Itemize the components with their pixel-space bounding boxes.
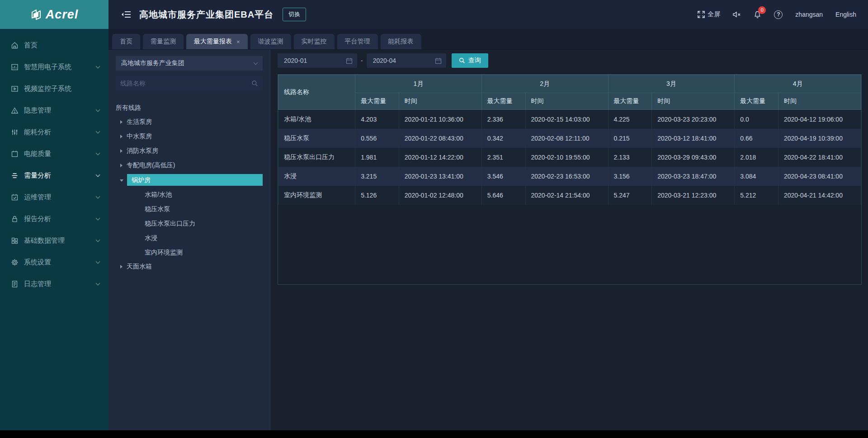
- tab-label: 需量监测: [151, 38, 176, 46]
- list-icon: [11, 172, 19, 179]
- fullscreen-button[interactable]: 全屏: [698, 10, 720, 19]
- chevron-down-icon: [96, 281, 100, 285]
- tree-node-label: 消防水泵房: [127, 147, 158, 155]
- cell-line-name: 水箱/水池: [278, 110, 355, 129]
- sidebar-item-home[interactable]: 首页: [0, 34, 108, 56]
- col-subheader-demand: 最大需量: [608, 93, 652, 110]
- tree-node-label: 锅炉房: [127, 174, 263, 186]
- cell-line-name: 稳压水泵出口压力: [278, 148, 355, 167]
- sidebar-item-label: 需量分析: [24, 171, 51, 180]
- sidebar-item-base-data[interactable]: 基础数据管理: [0, 230, 108, 251]
- date-from-value: 2020-01: [284, 57, 346, 64]
- sidebar-item-hazard[interactable]: 隐患管理: [0, 99, 108, 121]
- caret-down-icon[interactable]: [120, 179, 123, 182]
- sidebar-item-ops[interactable]: 运维管理: [0, 186, 108, 208]
- caret-right-icon[interactable]: [120, 149, 123, 153]
- search-icon: [459, 57, 465, 64]
- sidebar-item-label: 隐患管理: [24, 106, 51, 115]
- date-to-picker[interactable]: 2020-04: [367, 53, 446, 68]
- cell-time: 2020-01-12 14:22:00: [399, 148, 481, 167]
- sidebar-item-power-quality[interactable]: 电能质量: [0, 143, 108, 165]
- tree-child-pump-outlet-pressure[interactable]: 稳压水泵出口压力: [116, 216, 263, 231]
- language-toggle[interactable]: English: [835, 11, 856, 18]
- cell-time: 2020-04-19 10:39:00: [778, 129, 861, 148]
- cell-time: 2020-01-21 10:36:00: [399, 110, 481, 129]
- sidebar-item-label: 视频监控子系统: [24, 85, 71, 93]
- col-header-line-name: 线路名称: [278, 75, 355, 110]
- tab-realtime-monitor[interactable]: 实时监控: [294, 34, 335, 49]
- line-search-box: [116, 76, 263, 90]
- cell-demand: 5.126: [355, 186, 399, 205]
- help-button[interactable]: ?: [774, 10, 783, 19]
- tab-harmonic-monitor[interactable]: 谐波监测: [250, 34, 291, 49]
- tree-root-all-lines[interactable]: 所有线路: [116, 100, 263, 115]
- tree-node-label: 中水泵房: [127, 132, 152, 141]
- line-search-input[interactable]: [120, 80, 251, 87]
- tree-child-pressure-pump[interactable]: 稳压水泵: [116, 202, 263, 216]
- cell-time: 2020-02-23 16:53:00: [525, 167, 608, 186]
- cell-line-name: 稳压水泵: [278, 129, 355, 148]
- lock-icon: [11, 215, 19, 223]
- sidebar-item-label: 智慧用电子系统: [24, 63, 71, 71]
- tree-node-label: 生活泵房: [127, 118, 152, 126]
- tree-child-water-tank[interactable]: 水箱/水池: [116, 187, 263, 202]
- sidebar-item-energy[interactable]: 能耗分析: [0, 121, 108, 143]
- date-range-separator: -: [361, 57, 363, 64]
- cell-demand: 3.546: [481, 167, 525, 186]
- sidebar-collapse-icon[interactable]: [121, 10, 131, 19]
- table-row: 室内环境监测 5.126 2020-01-02 12:48:00 5.646 2…: [278, 186, 861, 205]
- tree-child-water-leak[interactable]: 水浸: [116, 231, 263, 245]
- tree-node-substation[interactable]: 专配电房(高低压): [116, 158, 263, 173]
- calendar-icon: [435, 57, 442, 64]
- tab-home[interactable]: 首页: [112, 34, 140, 49]
- switch-project-button[interactable]: 切换: [283, 8, 306, 21]
- sidebar-item-label: 运维管理: [24, 193, 51, 202]
- user-menu[interactable]: zhangsan: [795, 11, 823, 18]
- date-from-picker[interactable]: 2020-01: [278, 53, 357, 68]
- sidebar-item-smart-power[interactable]: 智慧用电子系统: [0, 56, 108, 78]
- caret-right-icon[interactable]: [120, 265, 123, 268]
- tab-label: 实时监控: [302, 38, 327, 46]
- notifications-button[interactable]: 0: [754, 10, 761, 19]
- tree-node-life-pump[interactable]: 生活泵房: [116, 115, 263, 129]
- tree-node-roof-tank[interactable]: 天面水箱: [116, 259, 263, 274]
- cell-demand: 2.133: [608, 148, 652, 167]
- cell-time: 2020-03-12 18:41:00: [652, 129, 735, 148]
- sidebar-item-label: 能耗分析: [24, 128, 51, 137]
- organization-select[interactable]: 高地城市服务产业集团: [116, 56, 263, 71]
- tab-platform-mgmt[interactable]: 平台管理: [337, 34, 378, 49]
- chevron-down-icon: [96, 107, 100, 112]
- caret-right-icon[interactable]: [120, 120, 123, 124]
- tree-node-reclaimed-pump[interactable]: 中水泵房: [116, 129, 263, 144]
- page-title: 高地城市服务产业集团EBA平台: [139, 9, 274, 21]
- tree-node-boiler-room[interactable]: 锅炉房: [116, 173, 263, 187]
- caret-right-icon[interactable]: [120, 164, 123, 167]
- tree-node-label: 天面水箱: [127, 263, 152, 271]
- cell-demand: 0.215: [608, 129, 652, 148]
- caret-right-icon[interactable]: [120, 135, 123, 138]
- line-tree-panel: 高地城市服务产业集团 所有线路 生活泵房: [108, 50, 270, 430]
- tab-label: 谐波监测: [258, 38, 283, 46]
- cell-time: 2020-03-21 12:23:00: [652, 186, 735, 205]
- sidebar-item-video-monitor[interactable]: 视频监控子系统: [0, 78, 108, 99]
- tab-demand-monitor[interactable]: 需量监测: [143, 34, 184, 49]
- sidebar-item-logs[interactable]: 日志管理: [0, 273, 108, 295]
- video-icon: [11, 85, 19, 93]
- tab-energy-report[interactable]: 能耗报表: [381, 34, 421, 49]
- tree-node-fire-pump[interactable]: 消防水泵房: [116, 144, 263, 158]
- tree-child-indoor-env[interactable]: 室内环境监测: [116, 245, 263, 259]
- chevron-down-icon: [96, 216, 100, 220]
- cell-demand: 2.018: [735, 148, 778, 167]
- sidebar-item-reports[interactable]: 报告分析: [0, 208, 108, 230]
- cell-time: 2020-04-12 19:06:00: [778, 110, 861, 129]
- table-row: 稳压水泵 0.556 2020-01-22 08:43:00 0.342 202…: [278, 129, 861, 148]
- open-tabs-bar: 首页 需量监测 最大需量报表 × 谐波监测 实时监控 平台管理 能耗报表: [108, 29, 868, 50]
- mute-button[interactable]: [733, 11, 741, 18]
- tab-max-demand-report[interactable]: 最大需量报表 ×: [186, 34, 248, 49]
- cell-demand: 0.0: [735, 110, 778, 129]
- top-header: Acrel 高地城市服务产业集团EBA平台 切换 全屏: [0, 0, 868, 29]
- query-button[interactable]: 查询: [452, 53, 488, 68]
- sidebar-item-demand-analysis[interactable]: 需量分析: [0, 165, 108, 186]
- sidebar-item-settings[interactable]: 系统设置: [0, 251, 108, 273]
- close-icon[interactable]: ×: [236, 38, 240, 45]
